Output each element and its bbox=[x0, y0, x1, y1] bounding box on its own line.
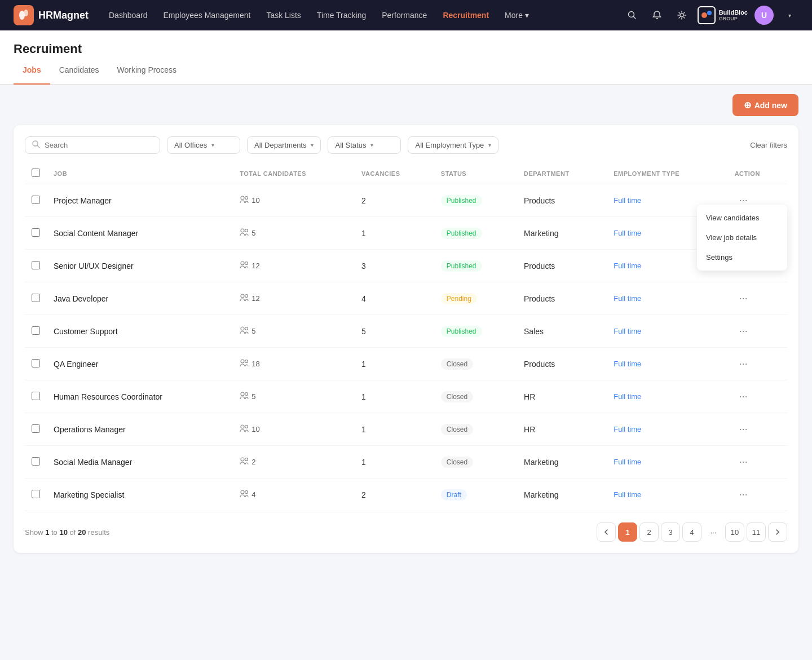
svg-point-27 bbox=[245, 458, 248, 461]
svg-point-10 bbox=[241, 196, 244, 200]
action-button-8[interactable]: ··· bbox=[735, 421, 752, 437]
nav-more[interactable]: More ▾ bbox=[498, 7, 536, 23]
page-10-button[interactable]: 10 bbox=[725, 522, 744, 542]
vacancies-cell: 2 bbox=[355, 184, 434, 217]
action-cell: ··· bbox=[728, 380, 787, 413]
page-header: Recruiment Jobs Candidates Working Proce… bbox=[0, 30, 812, 85]
action-button-6[interactable]: ··· bbox=[735, 356, 752, 372]
employment-type-cell: Full time bbox=[607, 479, 727, 511]
main-nav: Dashboard Employees Management Task List… bbox=[102, 7, 610, 23]
status-cell: Closed bbox=[434, 348, 517, 380]
row-checkbox-8[interactable] bbox=[32, 424, 40, 433]
prev-page-button[interactable] bbox=[597, 522, 616, 542]
action-cell: ··· View candidates View job details Set… bbox=[728, 184, 787, 217]
action-button-9[interactable]: ··· bbox=[735, 454, 752, 470]
clear-filters-button[interactable]: Clear filters bbox=[750, 141, 787, 149]
svg-line-3 bbox=[633, 17, 636, 19]
department-cell: Products bbox=[517, 282, 607, 315]
row-checkbox-6[interactable] bbox=[32, 359, 40, 367]
job-name-cell: QA Engineer bbox=[47, 348, 233, 380]
department-cell: Products bbox=[517, 184, 607, 217]
svg-point-18 bbox=[241, 327, 244, 330]
candidates-count-cell: 10 bbox=[240, 424, 348, 434]
nav-recruitment[interactable]: Recruitment bbox=[436, 7, 496, 23]
avatar-chevron-icon[interactable]: ▾ bbox=[780, 6, 798, 24]
settings-button[interactable] bbox=[673, 6, 691, 24]
table-row: QA Engineer 18 1 Closed Products Full ti… bbox=[25, 348, 787, 380]
brand-logo[interactable]: HRMagnet bbox=[14, 5, 89, 25]
row-checkbox-9[interactable] bbox=[32, 457, 40, 466]
candidates-icon bbox=[240, 457, 249, 467]
company-name-text: BuildBloc GROUP bbox=[719, 9, 748, 21]
page-4-button[interactable]: 4 bbox=[682, 522, 701, 542]
svg-point-1 bbox=[24, 10, 28, 16]
vacancies-cell: 1 bbox=[355, 380, 434, 413]
navbar-right: BuildBloc GROUP U ▾ bbox=[623, 6, 798, 25]
tab-candidates[interactable]: Candidates bbox=[50, 56, 108, 85]
candidates-icon bbox=[240, 294, 249, 303]
page-3-button[interactable]: 3 bbox=[661, 522, 680, 542]
table-row: Operations Manager 10 1 Closed HR Full t… bbox=[25, 413, 787, 446]
next-page-button[interactable] bbox=[768, 522, 787, 542]
row-checkbox-1[interactable] bbox=[32, 196, 40, 204]
select-all-checkbox[interactable] bbox=[32, 169, 40, 177]
page-2-button[interactable]: 2 bbox=[639, 522, 659, 542]
svg-point-16 bbox=[241, 294, 244, 298]
department-cell: Products bbox=[517, 250, 607, 282]
action-button-10[interactable]: ··· bbox=[735, 486, 752, 503]
offices-filter[interactable]: All Offices ▾ bbox=[167, 136, 240, 154]
table-row: Senior UI/UX Designer 12 3 Published Pro… bbox=[25, 250, 787, 282]
tab-working-process[interactable]: Working Process bbox=[108, 56, 186, 85]
col-total-candidates: TOTAL CANDIDATES bbox=[233, 163, 355, 184]
row-checkbox-2[interactable] bbox=[32, 228, 40, 237]
page-title: Recruiment bbox=[0, 30, 812, 56]
search-button[interactable] bbox=[623, 6, 641, 24]
jobs-table: JOB TOTAL CANDIDATES VACANCIES STATUS DE… bbox=[25, 163, 787, 511]
candidates-icon bbox=[240, 490, 249, 499]
page-11-button[interactable]: 11 bbox=[747, 522, 766, 542]
candidates-count-cell: 12 bbox=[240, 294, 348, 303]
dropdown-item-1[interactable]: View job details bbox=[697, 228, 787, 247]
page-to: 10 bbox=[59, 528, 67, 537]
employment-filter[interactable]: All Employment Type ▾ bbox=[408, 136, 498, 154]
nav-dashboard[interactable]: Dashboard bbox=[102, 7, 155, 23]
nav-tasklists[interactable]: Task Lists bbox=[259, 7, 307, 23]
offices-chevron-icon: ▾ bbox=[211, 142, 214, 148]
svg-point-19 bbox=[245, 327, 248, 330]
action-button-7[interactable]: ··· bbox=[735, 388, 752, 405]
employment-type-cell: Full time bbox=[607, 315, 727, 348]
candidates-icon bbox=[240, 424, 249, 434]
vacancies-cell: 5 bbox=[355, 315, 434, 348]
sub-tabs: Jobs Candidates Working Process bbox=[0, 56, 812, 85]
department-cell: Products bbox=[517, 348, 607, 380]
row-checkbox-7[interactable] bbox=[32, 392, 40, 400]
action-button-4[interactable]: ··· bbox=[735, 290, 752, 307]
nav-employees[interactable]: Employees Management bbox=[157, 7, 258, 23]
brand-name: HRMagnet bbox=[38, 10, 89, 21]
row-checkbox-5[interactable] bbox=[32, 326, 40, 335]
dropdown-item-0[interactable]: View candidates bbox=[697, 208, 787, 228]
status-filter[interactable]: All Status ▾ bbox=[328, 136, 401, 154]
vacancies-cell: 1 bbox=[355, 217, 434, 250]
row-checkbox-4[interactable] bbox=[32, 294, 40, 302]
dropdown-item-2[interactable]: Settings bbox=[697, 247, 787, 267]
user-avatar[interactable]: U bbox=[754, 6, 774, 25]
search-input[interactable] bbox=[45, 141, 153, 149]
row-checkbox-10[interactable] bbox=[32, 490, 40, 498]
job-name-cell: Customer Support bbox=[47, 315, 233, 348]
tab-jobs[interactable]: Jobs bbox=[14, 56, 50, 85]
departments-filter[interactable]: All Departments ▾ bbox=[247, 136, 321, 154]
add-new-button[interactable]: ⊕ Add new bbox=[732, 94, 798, 116]
chevron-down-icon: ▾ bbox=[525, 11, 529, 20]
row-checkbox-3[interactable] bbox=[32, 261, 40, 269]
nav-timetracking[interactable]: Time Tracking bbox=[310, 7, 373, 23]
company-logo[interactable]: BuildBloc GROUP bbox=[698, 6, 748, 24]
candidates-icon bbox=[240, 359, 249, 369]
status-cell: Published bbox=[434, 250, 517, 282]
action-button-5[interactable]: ··· bbox=[735, 323, 752, 339]
notifications-button[interactable] bbox=[648, 6, 666, 24]
employment-type-cell: Full time bbox=[607, 348, 727, 380]
page-1-button[interactable]: 1 bbox=[618, 522, 637, 542]
candidates-icon bbox=[240, 228, 249, 238]
nav-performance[interactable]: Performance bbox=[375, 7, 434, 23]
